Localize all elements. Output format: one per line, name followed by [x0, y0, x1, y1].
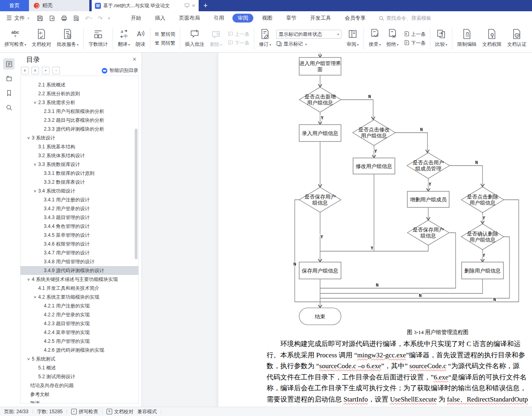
toc-item[interactable]: ∨3.3 系统数据库设计 — [21, 160, 138, 169]
toc-item[interactable]: ∨5 系统测试 — [21, 355, 138, 363]
toc-item[interactable]: 2.2 系统分析的原则 — [21, 89, 138, 98]
menu-tab-start[interactable]: 开始 — [125, 14, 146, 23]
word-count-button[interactable]: 字数统计 — [86, 25, 111, 52]
spell-check-status[interactable]: ✓拼写检查 — [71, 408, 98, 415]
doc-permission-button[interactable]: 文档权限 — [479, 25, 504, 52]
toc-item[interactable]: 3.4.4 角色管理的设计 — [21, 222, 138, 231]
toc-item[interactable]: 3.3.2 数据库表设计 — [21, 178, 138, 186]
toc-item[interactable]: 4.2.6 源代码评测模块的实现 — [21, 346, 138, 355]
toc-item[interactable]: 致谢 — [21, 399, 138, 404]
toc-item[interactable]: 4.2.4 菜单管理的实现 — [21, 328, 138, 337]
toc-item[interactable]: 2.3.1 用户与权限模块的分析 — [21, 107, 138, 116]
chevron-down-icon[interactable]: ∨ — [25, 277, 33, 281]
toc-item[interactable]: 4.2.1 用户注册的实现 — [21, 301, 138, 310]
compare-button[interactable]: 比较 — [432, 25, 450, 52]
chevron-down-icon[interactable]: ∨ — [31, 295, 39, 299]
trad-to-simp-button[interactable]: 简繁转简 — [155, 31, 175, 38]
next-comment-button[interactable]: 下一条 — [227, 40, 249, 47]
toc-item[interactable]: 3.2 系统体系结构设计 — [21, 151, 138, 160]
export-button[interactable] — [49, 15, 55, 22]
menu-tab-page-layout[interactable]: 页面布局 — [174, 14, 205, 23]
toc-item[interactable]: 4.2.2 用户登录的实现 — [21, 310, 138, 319]
close-tab-icon[interactable]: ✕ — [192, 3, 195, 8]
toc-item[interactable]: 结论及尚存在的问题 — [21, 381, 138, 390]
doc-proof-button[interactable]: a- 文档校对 — [29, 25, 54, 52]
toc-item[interactable]: 5.2 测试用例设计 — [21, 372, 138, 381]
toc-item[interactable]: 4.1 开发工具和相关技术简介 — [21, 284, 138, 293]
more-commands-icon[interactable]: ∨ — [108, 16, 110, 20]
print-button[interactable] — [61, 15, 68, 22]
reject-button[interactable]: 拒绝 — [384, 25, 401, 52]
toc-item[interactable]: 2.1 系统概述 — [21, 80, 138, 89]
prev-change-button[interactable]: 上一条 — [404, 31, 425, 38]
chevron-down-icon[interactable]: ∨ — [25, 136, 33, 140]
translate-button[interactable]: a中 翻译 — [115, 25, 133, 52]
menu-tab-view[interactable]: 视图 — [257, 14, 277, 23]
toc-item[interactable]: 3.4.5 菜单管理的设计 — [21, 231, 138, 240]
toc-item[interactable]: 3.4.7 用户管理的设计 — [21, 248, 138, 257]
spell-check-button[interactable]: abc∨ 拼写检查 — [2, 25, 29, 52]
compat-mode-badge[interactable]: 兼容模式 — [138, 408, 157, 415]
toc-item[interactable]: 3.4.1 用户注册的设计 — [21, 195, 138, 204]
accept-button[interactable]: 接受 — [366, 25, 384, 52]
command-search[interactable]: 查找命令、搜索模板 — [379, 15, 431, 22]
tab-home[interactable]: 首页 — [0, 0, 29, 11]
toc-item[interactable]: ∨4.2 系统主要功能模块的实现 — [21, 293, 138, 301]
toc-item[interactable]: 3.3.1 数据库的设计原则 — [21, 169, 138, 178]
toc-item[interactable]: ∨2.3 系统需求分析 — [21, 98, 138, 107]
collapse-level-button[interactable]: － — [52, 67, 60, 74]
toc-item[interactable]: 5.1 概述 — [21, 363, 138, 372]
menu-tab-section[interactable]: 章节 — [281, 14, 302, 23]
toc-item[interactable]: 3.1 系统基本结构 — [21, 142, 138, 151]
toc-item[interactable]: ∨3 系统设计 — [21, 133, 138, 142]
restrict-edit-button[interactable]: 限制编辑 — [454, 25, 479, 52]
close-icon[interactable]: ✕ — [132, 56, 137, 62]
undo-button[interactable]: ↶∨ — [85, 15, 92, 21]
toc-item[interactable]: 4.2.3 题目管理的实现 — [21, 319, 138, 328]
new-tab-button[interactable]: + — [199, 0, 212, 11]
menu-tab-review[interactable]: 审阅 — [232, 14, 253, 23]
toc-item[interactable]: 3.4.8 用户组管理的设计 — [21, 257, 138, 266]
tab-docer[interactable]: 稻壳 — [29, 0, 89, 11]
bookmark-icon[interactable] — [3, 87, 14, 98]
file-menu-button[interactable]: ☰ 文件 ∨ — [0, 14, 33, 22]
page-indicator[interactable]: 页面: 24/33 — [4, 408, 29, 415]
collapse-all-button[interactable]: ∧ — [31, 67, 39, 74]
toc-item[interactable]: ∨4 系统关键技术描述与主要功能模块实现 — [21, 275, 138, 284]
doc-auth-button[interactable]: 文档认证 — [504, 25, 529, 52]
tab-document[interactable]: W 基于.net的大...与实现 毕业论文 ✕ — [92, 0, 199, 11]
toc-item[interactable]: 2.3.3 源代码评测模块的分析 — [21, 125, 138, 133]
menu-tab-dev-tools[interactable]: 开发工具 — [305, 14, 336, 23]
show-markup-button[interactable]: 显示标记 — [276, 41, 341, 47]
print-preview-button[interactable] — [73, 15, 80, 22]
smart-toc-button[interactable]: 智能识别目录 — [102, 67, 138, 74]
markup-state-select[interactable]: 显示标记的最终状态 — [276, 30, 341, 39]
redo-button[interactable]: ↷ — [98, 15, 103, 21]
screen-share-icon[interactable] — [185, 3, 189, 8]
chevron-down-icon[interactable]: ∨ — [31, 100, 39, 105]
doc-proof-status[interactable]: ✕文档校对 — [107, 408, 134, 415]
save-button[interactable] — [37, 15, 43, 22]
toc-item[interactable]: 3.4.3 题目管理的设计 — [21, 213, 138, 222]
simp-to-trad-button[interactable]: 繁简转繁 — [155, 40, 175, 47]
toc-item[interactable]: 3.4.6 权限管理的设计 — [21, 240, 138, 248]
toc-item[interactable]: ∨3.4 系统功能设计 — [21, 186, 138, 195]
cutoff-button[interactable]: 文 — [529, 25, 532, 52]
toc-item[interactable]: 3.4.9 源代码评测模块的设计 — [21, 266, 138, 275]
menu-tab-references[interactable]: 引用 — [208, 14, 229, 23]
expand-all-button[interactable]: ∨ — [21, 67, 29, 74]
correction-service-button[interactable]: 批改服务 — [54, 25, 81, 52]
chevron-down-icon[interactable]: ∨ — [25, 357, 33, 361]
chevron-down-icon[interactable]: ∨ — [31, 162, 39, 166]
chevron-down-icon[interactable]: ∨ — [31, 189, 39, 193]
toc-item[interactable]: 参考文献 — [21, 390, 138, 399]
menu-tab-member[interactable]: 会员专享 — [339, 14, 371, 23]
insert-comment-button[interactable]: 插入批注 — [182, 25, 207, 52]
read-aloud-button[interactable]: A 朗读 — [133, 25, 148, 52]
word-count-indicator[interactable]: 字数: 15285 — [37, 408, 63, 415]
expand-level-button[interactable]: ＋ — [42, 67, 49, 74]
revise-button[interactable]: 修订 — [256, 25, 274, 52]
annotation-panel-icon[interactable] — [3, 73, 14, 84]
search-icon[interactable] — [3, 102, 14, 113]
delete-comment-button[interactable]: 删除 — [207, 25, 225, 52]
